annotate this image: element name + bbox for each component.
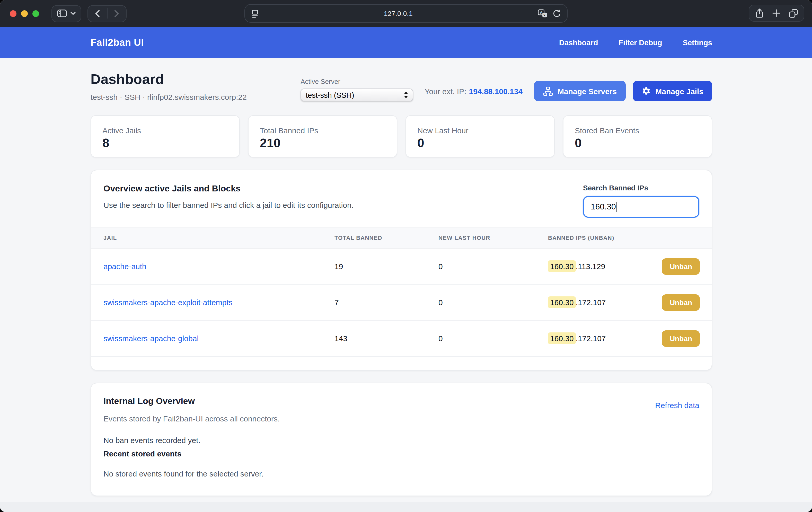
- search-banned-ips-label: Search Banned IPs: [583, 184, 699, 192]
- app-navbar: Fail2ban UI Dashboard Filter Debug Setti…: [0, 27, 812, 58]
- new-last-hour-value: 0: [438, 334, 548, 343]
- column-header-banned-ips: BANNED IPS (UNBAN): [548, 235, 712, 241]
- traffic-lights: [10, 10, 39, 17]
- banned-ip: 160.30.172.107: [548, 296, 606, 308]
- active-server-label: Active Server: [300, 78, 413, 85]
- nav-link-settings[interactable]: Settings: [683, 38, 712, 47]
- log-empty-recent: No stored events found for the selected …: [104, 469, 699, 478]
- ip-highlight: 160.30: [548, 260, 576, 272]
- page-subtitle: test-ssh · SSH · rlinfp02.swissmakers.co…: [91, 93, 247, 102]
- column-header-new-last-hour: NEW LAST HOUR: [438, 235, 548, 241]
- table-header-row: JAIL TOTAL BANNED NEW LAST HOUR BANNED I…: [91, 227, 712, 249]
- search-input-value: 160.30: [591, 202, 616, 211]
- svg-text:A: A: [540, 10, 543, 15]
- window-bottom-strip: [0, 502, 812, 512]
- browser-window: 127.0.0.1 A x: [0, 0, 812, 512]
- log-recent-title: Recent stored events: [104, 449, 699, 458]
- stat-card-new-last-hour: New Last Hour 0: [405, 115, 555, 158]
- sidebar-icon: [57, 9, 67, 18]
- page-title: Dashboard: [91, 73, 247, 86]
- browser-chrome: 127.0.0.1 A x: [0, 0, 812, 27]
- stat-label: Active Jails: [103, 126, 228, 135]
- unban-button[interactable]: Unban: [662, 294, 700, 311]
- sitemap-icon: [543, 86, 553, 96]
- address-bar[interactable]: 127.0.0.1 A x: [244, 4, 568, 23]
- ip-highlight: 160.30: [548, 333, 576, 344]
- nav-link-dashboard[interactable]: Dashboard: [559, 38, 598, 47]
- search-banned-ips-input[interactable]: 160.30: [583, 196, 699, 218]
- svg-text:x: x: [543, 13, 546, 17]
- ip-highlight: 160.30: [548, 296, 576, 308]
- total-banned-value: 19: [335, 262, 438, 271]
- manage-jails-label: Manage Jails: [655, 87, 703, 95]
- unban-button[interactable]: Unban: [662, 258, 700, 275]
- total-banned-value: 7: [335, 298, 438, 307]
- manage-jails-button[interactable]: Manage Jails: [633, 81, 712, 102]
- jail-link[interactable]: apache-auth: [104, 262, 146, 271]
- stat-value: 0: [417, 136, 543, 150]
- unban-button[interactable]: Unban: [662, 330, 700, 347]
- history-nav: [87, 5, 126, 22]
- back-button[interactable]: [88, 5, 107, 21]
- stat-card-total-banned: Total Banned IPs 210: [248, 115, 397, 158]
- stat-cards: Active Jails 8 Total Banned IPs 210 New …: [91, 115, 712, 158]
- gear-icon: [641, 86, 651, 96]
- table-row: swissmakers-apache-exploit-attempts 7 0 …: [91, 285, 712, 320]
- log-subtitle: Events stored by Fail2ban-UI across all …: [104, 414, 699, 423]
- page-header: Dashboard test-ssh · SSH · rlinfp02.swis…: [91, 73, 712, 102]
- refresh-data-link[interactable]: Refresh data: [655, 401, 699, 409]
- stat-label: New Last Hour: [417, 126, 543, 135]
- sidebar-toggle-button[interactable]: [52, 5, 81, 22]
- jails-table: JAIL TOTAL BANNED NEW LAST HOUR BANNED I…: [91, 227, 712, 370]
- overview-card: Overview active Jails and Blocks Use the…: [91, 170, 712, 370]
- close-icon[interactable]: [10, 10, 17, 17]
- ext-ip-label: Your ext. IP:: [425, 87, 466, 96]
- toolbar-actions: [749, 5, 804, 22]
- log-empty-events: No ban events recorded yet.: [104, 436, 699, 445]
- overview-subtitle: Use the search to filter banned IPs and …: [104, 201, 353, 209]
- total-banned-value: 143: [335, 334, 438, 343]
- stat-label: Total Banned IPs: [260, 126, 385, 135]
- nav-links: Dashboard Filter Debug Settings: [559, 38, 712, 47]
- new-last-hour-value: 0: [438, 298, 548, 307]
- app-brand[interactable]: Fail2ban UI: [91, 37, 144, 48]
- manage-servers-button[interactable]: Manage Servers: [534, 81, 626, 102]
- plus-icon[interactable]: [772, 9, 780, 17]
- zoom-icon[interactable]: [32, 10, 39, 17]
- reload-icon[interactable]: [553, 9, 561, 18]
- share-icon[interactable]: [755, 8, 763, 18]
- table-row: apache-auth 19 0 160.30.113.129 Unban: [91, 249, 712, 285]
- manage-servers-label: Manage Servers: [557, 87, 617, 95]
- url-text[interactable]: 127.0.0.1: [259, 9, 538, 17]
- translate-icon[interactable]: A x: [538, 9, 548, 18]
- stat-card-stored-ban-events: Stored Ban Events 0: [563, 115, 712, 158]
- active-server-select[interactable]: test-ssh (SSH): [300, 88, 413, 102]
- jail-link[interactable]: swissmakers-apache-exploit-attempts: [104, 298, 233, 307]
- text-cursor: [616, 202, 617, 212]
- stat-label: Stored Ban Events: [575, 126, 700, 135]
- ip-rest: .113.129: [576, 262, 605, 271]
- forward-button[interactable]: [107, 5, 126, 21]
- new-last-hour-value: 0: [438, 262, 548, 271]
- table-row: swissmakers-apache-global 143 0 160.30.1…: [91, 320, 712, 357]
- jail-link[interactable]: swissmakers-apache-global: [104, 334, 199, 342]
- reader-icon[interactable]: [251, 9, 259, 18]
- tabs-icon[interactable]: [789, 8, 798, 18]
- stat-value: 210: [260, 136, 385, 150]
- ip-rest: .172.107: [576, 298, 606, 307]
- active-server-value: test-ssh (SSH): [306, 91, 404, 99]
- stat-value: 8: [103, 136, 228, 150]
- ext-ip-value[interactable]: 194.88.100.134: [469, 87, 523, 96]
- ip-rest: .172.107: [576, 334, 606, 343]
- banned-ip: 160.30.113.129: [548, 260, 605, 272]
- minimize-icon[interactable]: [21, 10, 28, 17]
- select-arrows-icon: [404, 92, 408, 98]
- nav-link-filter-debug[interactable]: Filter Debug: [618, 38, 662, 47]
- banned-ip: 160.30.172.107: [548, 333, 606, 344]
- log-title: Internal Log Overview: [104, 396, 195, 406]
- column-header-jail: JAIL: [91, 235, 335, 241]
- overview-title: Overview active Jails and Blocks: [104, 184, 353, 194]
- column-header-total-banned: TOTAL BANNED: [335, 235, 438, 241]
- internal-log-card: Internal Log Overview Refresh data Event…: [91, 383, 712, 496]
- stat-value: 0: [575, 136, 700, 150]
